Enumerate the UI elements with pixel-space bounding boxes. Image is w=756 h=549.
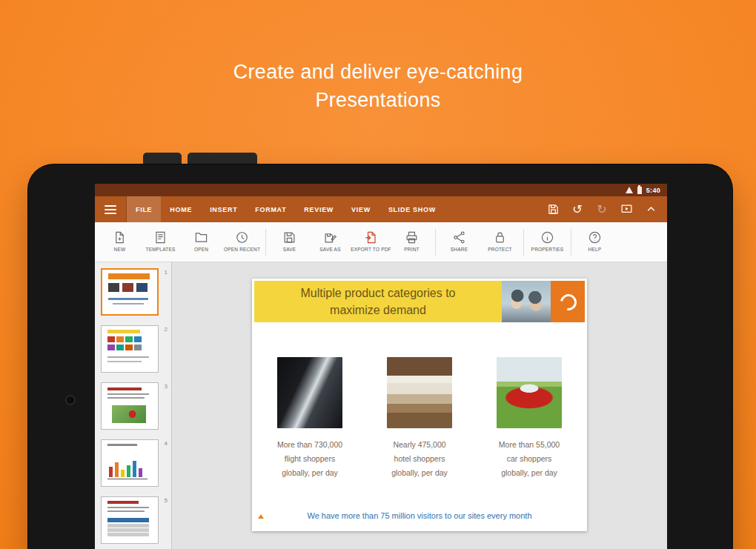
undo-button[interactable]: ↺ bbox=[571, 203, 584, 216]
thumbnail-preview bbox=[102, 383, 158, 429]
save-as-icon bbox=[323, 230, 337, 244]
caption-line: More than 730,000 bbox=[262, 438, 357, 452]
slide-thumbnail-3[interactable]: 3 bbox=[101, 382, 159, 430]
tablet-bezel: 5:40 FILE HOME INSERT FORMAT REVIEW VIEW… bbox=[28, 164, 732, 549]
toolbar-button-label: SAVE AS bbox=[319, 247, 340, 253]
status-clock: 5:40 bbox=[646, 187, 660, 194]
status-bar: 5:40 bbox=[95, 184, 667, 196]
slide-number: 3 bbox=[165, 383, 168, 390]
tab-file[interactable]: FILE bbox=[127, 196, 161, 222]
toolbar-button-label: PRINT bbox=[404, 247, 420, 253]
toolbar-button-protect[interactable]: PROTECT bbox=[480, 230, 520, 253]
toolbar-button-properties[interactable]: PROPERTIES bbox=[527, 230, 568, 253]
tab-insert[interactable]: INSERT bbox=[201, 196, 246, 222]
slide-number: 1 bbox=[165, 269, 168, 276]
toolbar-button-label: NEW bbox=[114, 247, 126, 253]
hero-title: Create and deliver eye-catching Presenta… bbox=[0, 58, 756, 114]
redo-icon: ↻ bbox=[597, 204, 606, 216]
caption-line: Nearly 475,000 bbox=[372, 438, 467, 452]
toolbar-button-save[interactable]: SAVE bbox=[269, 230, 310, 253]
slide-number: 2 bbox=[165, 326, 168, 333]
thumbnail-preview bbox=[102, 326, 158, 372]
caption-line: car shoppers bbox=[482, 452, 577, 466]
help-icon bbox=[588, 230, 602, 244]
app-screen: 5:40 FILE HOME INSERT FORMAT REVIEW VIEW… bbox=[95, 184, 667, 549]
toolbar-divider bbox=[435, 229, 436, 256]
product-columns: More than 730,000 flight shoppers global… bbox=[262, 357, 577, 480]
header-photo bbox=[502, 281, 551, 322]
thumbnail-preview bbox=[102, 440, 158, 486]
product-car[interactable]: More than 55,000 car shoppers globally, … bbox=[482, 357, 577, 480]
toolbar-button-label: PROTECT bbox=[488, 247, 511, 253]
open-folder-icon bbox=[194, 230, 208, 244]
toolbar-button-share[interactable]: SHARE bbox=[439, 230, 480, 253]
slide-title-banner[interactable]: Multiple product categories to maximize … bbox=[254, 281, 502, 322]
toolbar-button-save-as[interactable]: SAVE AS bbox=[310, 230, 351, 253]
thumbnail-preview bbox=[102, 270, 157, 314]
tablet-camera bbox=[67, 396, 74, 404]
caption-line: globally, per day bbox=[372, 466, 467, 480]
toolbar-button-templates[interactable]: TEMPLATES bbox=[140, 230, 181, 253]
toolbar-button-open-recent[interactable]: OPEN RECENT bbox=[222, 230, 262, 253]
chevron-up-icon bbox=[645, 203, 657, 216]
car-caption: More than 55,000 car shoppers globally, … bbox=[482, 438, 577, 480]
hotel-photo bbox=[387, 357, 452, 428]
toolbar-button-new[interactable]: NEW bbox=[99, 230, 140, 253]
product-hotel[interactable]: Nearly 475,000 hotel shoppers globally, … bbox=[372, 357, 467, 480]
slide-number: 4 bbox=[165, 440, 168, 447]
save-icon bbox=[282, 230, 296, 244]
slide-editor-area: Multiple product categories to maximize … bbox=[172, 262, 667, 549]
new-document-icon bbox=[113, 230, 127, 244]
recent-clock-icon bbox=[235, 230, 249, 244]
protect-lock-icon bbox=[493, 230, 507, 244]
tab-format[interactable]: FORMAT bbox=[246, 196, 295, 222]
slide-footer-note[interactable]: We have more than 75 million visitors to… bbox=[252, 511, 587, 520]
tab-slide-show[interactable]: SLIDE SHOW bbox=[379, 196, 445, 222]
menu-quick-actions: ↺ ↻ bbox=[546, 196, 667, 222]
toolbar-button-label: EXPORT TO PDF bbox=[351, 247, 391, 253]
file-toolbar: NEW TEMPLATES OPEN bbox=[95, 222, 667, 262]
collapse-toolbar-button[interactable] bbox=[644, 203, 657, 216]
templates-icon bbox=[153, 230, 168, 244]
slide-thumbnail-1[interactable]: 1 bbox=[101, 268, 159, 316]
battery-icon bbox=[637, 187, 642, 194]
slide-thumbnail-4[interactable]: 4 bbox=[101, 439, 159, 487]
redo-button[interactable]: ↻ bbox=[595, 203, 609, 216]
slide-thumbnail-2[interactable]: 2 bbox=[101, 325, 159, 373]
toolbar-button-help[interactable]: HELP bbox=[574, 230, 615, 253]
start-slideshow-button[interactable] bbox=[620, 203, 633, 216]
slide-header: Multiple product categories to maximize … bbox=[254, 281, 585, 322]
toolbar-button-label: PROPERTIES bbox=[531, 247, 564, 253]
slide-number: 5 bbox=[165, 497, 168, 504]
toolbar-button-label: TEMPLATES bbox=[146, 247, 176, 253]
flight-caption: More than 730,000 flight shoppers global… bbox=[262, 438, 357, 480]
play-presentation-icon bbox=[620, 203, 633, 216]
slide-thumbnail-5[interactable]: 5 bbox=[101, 496, 159, 544]
caption-line: More than 55,000 bbox=[482, 438, 577, 452]
toolbar-button-export-to-pdf[interactable]: EXPORT TO PDF bbox=[351, 230, 391, 253]
hero-title-line2: Presentations bbox=[0, 86, 756, 114]
caption-line: flight shoppers bbox=[262, 452, 357, 466]
slide-title-line2: maximize demand bbox=[254, 302, 502, 319]
tab-review[interactable]: REVIEW bbox=[295, 196, 342, 222]
quick-save-button[interactable] bbox=[546, 203, 560, 216]
promo-page-background: Create and deliver eye-catching Presenta… bbox=[0, 0, 756, 549]
slide-canvas[interactable]: Multiple product categories to maximize … bbox=[252, 279, 587, 531]
wifi-icon bbox=[626, 187, 633, 193]
toolbar-divider bbox=[571, 229, 571, 256]
print-icon bbox=[405, 230, 419, 244]
tab-view[interactable]: VIEW bbox=[342, 196, 379, 222]
hamburger-menu-button[interactable] bbox=[95, 196, 127, 222]
thumbnail-preview bbox=[102, 497, 158, 543]
share-icon bbox=[452, 230, 466, 244]
toolbar-button-label: SAVE bbox=[283, 247, 296, 253]
hero-title-line1: Create and deliver eye-catching bbox=[0, 58, 756, 86]
slide-title-line1: Multiple product categories to bbox=[254, 285, 502, 302]
toolbar-button-print[interactable]: PRINT bbox=[391, 230, 432, 253]
tab-home[interactable]: HOME bbox=[161, 196, 201, 222]
toolbar-button-open[interactable]: OPEN bbox=[181, 230, 222, 253]
toolbar-divider bbox=[523, 229, 524, 256]
menu-bar: FILE HOME INSERT FORMAT REVIEW VIEW SLID… bbox=[95, 196, 667, 222]
export-pdf-icon bbox=[364, 230, 378, 244]
product-flight[interactable]: More than 730,000 flight shoppers global… bbox=[262, 357, 357, 480]
